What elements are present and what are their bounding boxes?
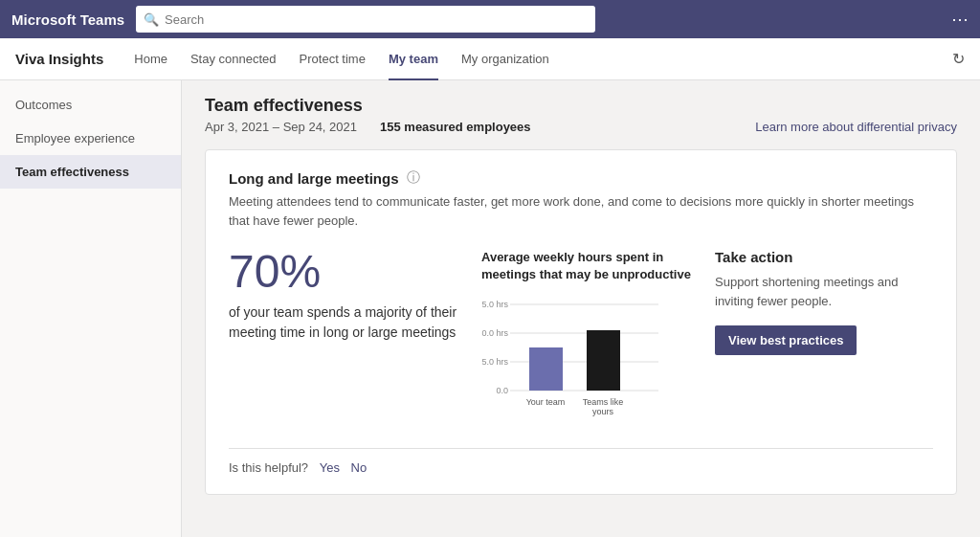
card-description: Meeting attendees tend to communicate fa…: [229, 192, 933, 230]
page-meta: Apr 3, 2021 – Sep 24, 2021 155 measured …: [205, 120, 957, 134]
search-box[interactable]: 🔍: [136, 6, 595, 33]
helpful-label: Is this helpful?: [229, 460, 308, 475]
sub-nav: Viva Insights Home Stay connected Protec…: [0, 38, 980, 80]
card-header: Long and large meetings ⓘ: [229, 169, 933, 187]
svg-text:5.0 hrs: 5.0 hrs: [481, 357, 508, 367]
svg-text:0.0: 0.0: [496, 386, 508, 395]
info-icon[interactable]: ⓘ: [407, 169, 420, 187]
action-section: Take action Support shortening meetings …: [715, 249, 933, 355]
stat-percent: 70%: [229, 249, 458, 295]
svg-text:Your team: Your team: [526, 397, 566, 407]
helpful-no-link[interactable]: No: [351, 460, 368, 475]
svg-text:yours: yours: [592, 407, 614, 416]
more-options-icon[interactable]: ⋯: [951, 9, 969, 30]
page-header: Team effectiveness Apr 3, 2021 – Sep 24,…: [205, 96, 957, 134]
main-layout: Outcomes Employee experience Team effect…: [0, 80, 980, 537]
chart-area: 15.0 hrs 10.0 hrs 5.0 hrs 0.0 Your team: [481, 295, 692, 429]
nav-item-my-team[interactable]: My team: [377, 38, 450, 80]
learn-more-link[interactable]: Learn more about differential privacy: [755, 120, 957, 134]
nav-item-home[interactable]: Home: [122, 38, 179, 80]
sidebar-item-team-effectiveness[interactable]: Team effectiveness: [0, 155, 181, 189]
card-footer: Is this helpful? Yes No: [229, 448, 933, 475]
content-area: Team effectiveness Apr 3, 2021 – Sep 24,…: [182, 80, 980, 537]
nav-item-my-organization[interactable]: My organization: [450, 38, 561, 80]
view-best-practices-button[interactable]: View best practices: [715, 325, 857, 355]
stat-description: of your team spends a majority of their …: [229, 302, 458, 343]
chart-title: Average weekly hours spent in meetings t…: [481, 249, 692, 283]
search-input[interactable]: [165, 12, 588, 27]
card-long-large-meetings: Long and large meetings ⓘ Meeting attend…: [205, 149, 957, 495]
nav-item-protect-time[interactable]: Protect time: [288, 38, 377, 80]
action-title: Take action: [715, 249, 933, 265]
search-icon: 🔍: [144, 12, 159, 27]
sidebar: Outcomes Employee experience Team effect…: [0, 80, 182, 537]
chart-svg: 15.0 hrs 10.0 hrs 5.0 hrs 0.0 Your team: [481, 295, 673, 429]
card-title: Long and large meetings: [229, 170, 399, 187]
card-body: 70% of your team spends a majority of th…: [229, 249, 933, 429]
helpful-yes-link[interactable]: Yes: [320, 460, 340, 475]
bar-teams-like-yours: [587, 330, 620, 391]
chart-section: Average weekly hours spent in meetings t…: [481, 249, 692, 429]
svg-text:Teams like: Teams like: [583, 397, 624, 407]
stat-section: 70% of your team spends a majority of th…: [229, 249, 458, 343]
sidebar-item-outcomes[interactable]: Outcomes: [0, 88, 181, 122]
svg-text:15.0 hrs: 15.0 hrs: [481, 300, 508, 309]
top-bar: Microsoft Teams 🔍 ⋯: [0, 0, 980, 38]
refresh-icon[interactable]: ↻: [952, 50, 965, 68]
sidebar-item-employee-experience[interactable]: Employee experience: [0, 122, 181, 155]
action-description: Support shortening meetings and inviting…: [715, 273, 933, 310]
employees-count: 155 measured employees: [380, 120, 531, 134]
svg-text:10.0 hrs: 10.0 hrs: [481, 328, 508, 338]
page-title: Team effectiveness: [205, 96, 957, 116]
app-title: Microsoft Teams: [11, 11, 124, 28]
brand-title: Viva Insights: [15, 51, 103, 67]
bar-your-team: [529, 347, 563, 391]
nav-item-stay-connected[interactable]: Stay connected: [179, 38, 288, 80]
date-range: Apr 3, 2021 – Sep 24, 2021: [205, 120, 357, 134]
